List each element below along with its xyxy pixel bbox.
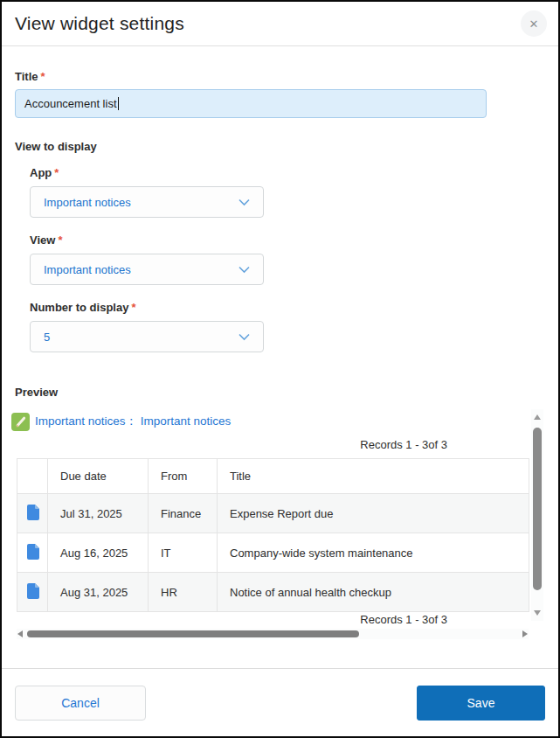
cell-due-date: Aug 16, 2025 [48,533,149,573]
header-due-date: Due date [48,459,149,494]
preview-label: Preview [15,386,545,399]
number-dropdown-value: 5 [44,331,50,344]
cell-due-date: Jul 31, 2025 [48,494,149,533]
table-row[interactable]: Aug 16, 2025 IT Company-wide system main… [17,533,529,573]
preview-app-view-link[interactable]: Important notices： Important notices [35,414,231,429]
cell-due-date: Aug 31, 2025 [48,573,149,612]
chevron-down-icon [239,329,250,345]
preview-table: Due date From Title Jul 31, 2025 Finance… [17,458,529,612]
chevron-down-icon [239,261,250,277]
dialog-footer: Cancel Save [2,668,558,736]
view-label-text: View [30,233,55,247]
table-row[interactable]: Aug 31, 2025 HR Notice of annual health … [17,573,529,612]
dialog-header: View widget settings ✕ [2,2,558,46]
cell-title: Expense Report due [218,494,529,533]
required-marker: * [54,166,59,179]
text-caret [118,97,119,110]
cell-from: IT [149,533,218,573]
scroll-down-arrow-icon[interactable] [534,610,541,616]
cancel-button[interactable]: Cancel [15,686,146,721]
app-pencil-icon [11,413,30,431]
view-dropdown-value: Important notices [44,263,131,276]
title-label-text: Title [15,70,38,83]
view-field-label: View* [30,233,545,247]
vertical-scrollbar[interactable] [531,409,543,621]
close-button[interactable]: ✕ [521,10,547,37]
cell-from: HR [149,573,218,612]
records-summary-top: Records 1 - 3of 3 [11,438,447,454]
record-file-icon[interactable] [17,494,48,533]
record-file-icon[interactable] [17,573,48,612]
number-to-display-dropdown[interactable]: 5 [30,321,264,352]
scroll-up-arrow-icon[interactable] [534,414,541,420]
record-file-icon[interactable] [17,533,48,573]
cell-title: Notice of annual health checkup [218,573,529,612]
title-input-value: Accouncement list [24,97,117,110]
view-to-display-group: App* Important notices View* Important n… [30,166,545,352]
app-label-text: App [30,166,52,179]
table-row[interactable]: Jul 31, 2025 Finance Expense Report due [17,494,529,533]
header-from: From [149,459,218,494]
view-widget-settings-dialog: View widget settings ✕ Title* Accounceme… [0,0,560,738]
number-label-text: Number to display [30,301,128,314]
chevron-down-icon [239,194,250,210]
table-header-row: Due date From Title [17,459,529,494]
number-to-display-label: Number to display* [30,301,545,314]
view-dropdown[interactable]: Important notices [30,254,264,285]
header-title: Title [218,459,529,494]
vertical-scrollbar-thumb[interactable] [533,428,542,590]
scroll-left-arrow-icon[interactable] [17,630,23,637]
records-summary-bottom: Records 1 - 3of 3 [11,613,447,629]
required-marker: * [41,70,45,83]
required-marker: * [131,301,135,314]
view-to-display-label: View to display [15,140,545,153]
scroll-right-arrow-icon[interactable] [522,630,528,637]
preview-widget-header: Important notices： Important notices [11,407,544,431]
save-button[interactable]: Save [417,686,545,721]
cell-from: Finance [149,494,218,533]
horizontal-scrollbar-thumb[interactable] [27,630,359,637]
horizontal-scrollbar[interactable] [17,629,529,639]
app-field-label: App* [30,166,545,179]
app-dropdown-value: Important notices [44,196,131,209]
required-marker: * [58,233,62,247]
app-dropdown[interactable]: Important notices [30,186,264,218]
header-icon-column [17,459,48,494]
close-icon: ✕ [529,17,539,31]
dialog-title: View widget settings [15,13,184,34]
title-field-label: Title* [15,70,545,83]
dialog-body: Title* Accouncement list View to display… [2,70,558,638]
preview-widget: Important notices： Important notices Rec… [11,407,544,638]
cell-title: Company-wide system maintenance [218,533,529,573]
title-input[interactable]: Accouncement list [15,89,487,118]
